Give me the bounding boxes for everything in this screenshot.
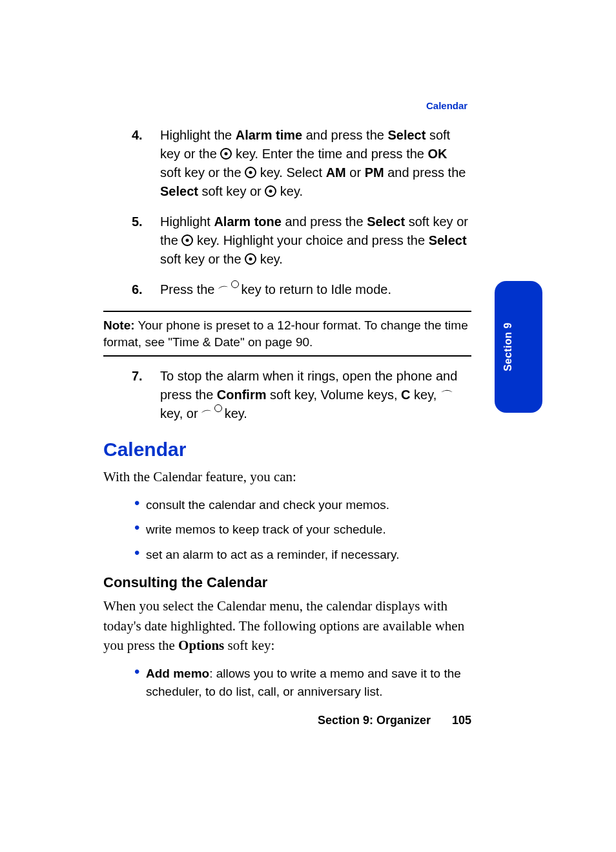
end-key-icon: ⌒: [218, 282, 238, 292]
step-body: Press the ⌒ key to return to Idle mode.: [160, 280, 471, 299]
bullet-text: set an alarm to act as a reminder, if ne…: [146, 546, 471, 565]
ok-key-icon: [245, 253, 256, 265]
list-item: •set an alarm to act as a reminder, if n…: [134, 546, 471, 565]
end-key-icon: ⌒: [201, 406, 221, 416]
list-item: •write memos to keep track of your sched…: [134, 521, 471, 539]
list-step: 7.To stop the alarm when it rings, open …: [103, 367, 471, 423]
consulting-bullets: •Add memo: allows you to write a memo an…: [103, 665, 471, 701]
bullet-text: write memos to keep track of your schedu…: [146, 521, 471, 539]
bullet-text: consult the calendar and check your memo…: [146, 496, 471, 515]
consulting-intro: When you select the Calendar menu, the c…: [103, 596, 471, 655]
ok-key-icon: [181, 234, 193, 246]
bullet-text: Add memo: allows you to write a memo and…: [146, 665, 471, 701]
ok-key-icon: [265, 185, 276, 197]
steps-list-b: 7.To stop the alarm when it rings, open …: [103, 367, 471, 423]
bullet-icon: •: [134, 546, 146, 565]
step-number: 6.: [103, 280, 160, 299]
list-item: •Add memo: allows you to write a memo an…: [134, 665, 471, 701]
step-body: Highlight the Alarm time and press the S…: [160, 126, 471, 201]
list-item: •consult the calendar and check your mem…: [134, 496, 471, 515]
bullet-icon: •: [134, 521, 146, 539]
step-number: 5.: [103, 213, 160, 269]
subheading-consulting: Consulting the Calendar: [103, 574, 471, 591]
page-content: 4.Highlight the Alarm time and press the…: [103, 100, 471, 708]
steps-list-a: 4.Highlight the Alarm time and press the…: [103, 126, 471, 299]
step-number: 7.: [103, 367, 160, 423]
section-heading-calendar: Calendar: [103, 439, 471, 461]
send-key-icon: ⌒: [440, 391, 453, 400]
section-tab-label: Section 9: [502, 322, 514, 371]
calendar-bullets: •consult the calendar and check your mem…: [103, 496, 471, 565]
calendar-intro: With the Calendar feature, you can:: [103, 467, 471, 486]
page-footer: Section 9: Organizer 105: [103, 714, 471, 727]
list-step: 6.Press the ⌒ key to return to Idle mode…: [103, 280, 471, 299]
list-step: 5.Highlight Alarm tone and press the Sel…: [103, 213, 471, 269]
divider: [103, 311, 471, 312]
note-label: Note:: [103, 318, 135, 332]
ok-key-icon: [220, 148, 232, 160]
bullet-icon: •: [134, 665, 146, 701]
footer-section: Section 9: Organizer: [318, 714, 431, 727]
bullet-icon: •: [134, 496, 146, 515]
divider: [103, 355, 471, 357]
section-tab: Section 9: [495, 281, 542, 413]
step-body: To stop the alarm when it rings, open th…: [160, 367, 471, 423]
note-text: Your phone is preset to a 12-hour format…: [103, 318, 468, 349]
ok-key-icon: [245, 167, 256, 178]
page-number: 105: [452, 714, 471, 727]
note-block: Note: Your phone is preset to a 12-hour …: [103, 317, 471, 350]
step-number: 4.: [103, 126, 160, 201]
list-step: 4.Highlight the Alarm time and press the…: [103, 126, 471, 201]
step-body: Highlight Alarm tone and press the Selec…: [160, 213, 471, 269]
